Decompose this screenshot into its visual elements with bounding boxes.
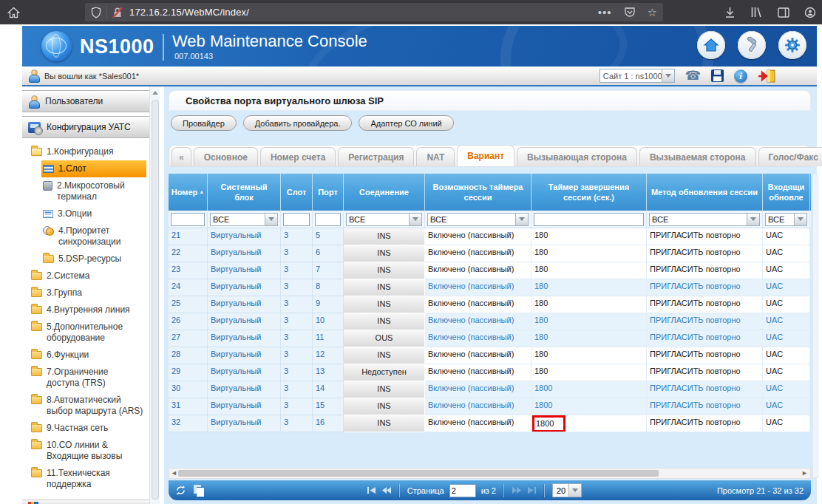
horizontal-scrollbar-thumb[interactable]: [178, 470, 659, 477]
cell-number[interactable]: 23: [169, 262, 208, 279]
cell-number[interactable]: 21: [169, 228, 208, 245]
pocket-icon[interactable]: [624, 7, 636, 18]
action-button-2[interactable]: Добавить провайдера.: [243, 115, 353, 131]
sidebar-item-12[interactable]: 7.Ограничение доступа (TRS): [30, 364, 146, 392]
cell-session-expire-timer[interactable]: 180: [531, 313, 647, 330]
cell-slot[interactable]: 3: [281, 228, 313, 245]
cell-session-timer-capability[interactable]: Включено (пассивный): [425, 245, 531, 262]
cell-inbound-refresh[interactable]: UAC: [763, 279, 810, 296]
cell-session-refresh-method[interactable]: ПРИГЛАСИТЬ повторно: [647, 364, 763, 381]
cell-port[interactable]: 8: [313, 279, 344, 296]
cell-slot[interactable]: 3: [281, 296, 313, 313]
cell-system-block[interactable]: Виртуальный: [208, 347, 281, 364]
sidebar-item-11[interactable]: 6.Функции: [30, 347, 146, 364]
sidebar-item-7[interactable]: 2.Система: [30, 268, 146, 285]
filter-select-8[interactable]: ВСЕ: [649, 213, 760, 226]
cell-session-refresh-method[interactable]: ПРИГЛАСИТЬ повторно: [647, 313, 763, 330]
insecure-lock-icon[interactable]: [112, 7, 123, 18]
cell-session-timer-capability[interactable]: Включено (пассивный): [425, 296, 531, 313]
horizontal-scrollbar[interactable]: ◄ ►: [169, 468, 811, 479]
cell-inbound-refresh[interactable]: UAC: [763, 364, 810, 381]
tab-scroll-left[interactable]: «: [171, 147, 191, 166]
filter-input-7[interactable]: [534, 213, 644, 226]
refresh-icon[interactable]: [175, 485, 186, 496]
cell-session-timer-capability[interactable]: Включено (пассивный): [425, 313, 531, 330]
cell-number[interactable]: 25: [169, 296, 208, 313]
cell-port[interactable]: 10: [313, 313, 344, 330]
settings-button[interactable]: [778, 31, 806, 59]
cell-session-refresh-method[interactable]: ПРИГЛАСИТЬ повторно: [647, 398, 763, 415]
cell-session-timer-capability[interactable]: Включено (пассивный): [425, 347, 531, 364]
cell-system-block[interactable]: Виртуальный: [208, 381, 281, 398]
cell-number[interactable]: 27: [169, 330, 208, 347]
tab-9[interactable]: Голос/Факс: [758, 147, 822, 166]
cell-session-timer-capability[interactable]: Включено (пассивный): [425, 398, 531, 415]
browser-home-icon[interactable]: [5, 4, 21, 21]
column-header-3[interactable]: Слот: [281, 174, 313, 211]
multi-page-view-icon[interactable]: [194, 485, 205, 497]
column-header-6[interactable]: Возможность таймера сессии: [425, 174, 531, 211]
cell-slot[interactable]: 3: [281, 415, 313, 432]
cell-number[interactable]: 29: [169, 364, 208, 381]
filter-select-5[interactable]: ВСЕ: [346, 213, 422, 226]
cell-port[interactable]: 6: [313, 245, 344, 262]
cell-port[interactable]: 13: [313, 364, 344, 381]
cell-system-block[interactable]: Виртуальный: [208, 398, 281, 415]
filter-select-2[interactable]: ВСЕ: [210, 213, 278, 226]
cell-port[interactable]: 15: [313, 398, 344, 415]
sidebar-scrollbar-thumb[interactable]: [152, 100, 159, 500]
page-number-input[interactable]: [449, 484, 476, 497]
first-page-icon[interactable]: [367, 486, 376, 494]
cell-session-refresh-method[interactable]: ПРИГЛАСИТЬ повторно: [647, 415, 763, 432]
sidebar-item-3[interactable]: 2.Микросотовый терминал: [41, 177, 146, 205]
cell-slot[interactable]: 3: [281, 364, 313, 381]
cell-session-refresh-method[interactable]: ПРИГЛАСИТЬ повторно: [647, 228, 763, 245]
sidebar-item-15[interactable]: 10.СО линии & Входящие вызовы: [30, 437, 146, 465]
filter-input-4[interactable]: [315, 213, 341, 226]
cell-session-refresh-method[interactable]: ПРИГЛАСИТЬ повторно: [647, 296, 763, 313]
cell-session-expire-timer[interactable]: 180: [531, 347, 647, 364]
cell-inbound-refresh[interactable]: UAC: [763, 262, 810, 279]
cell-session-refresh-method[interactable]: ПРИГЛАСИТЬ повторно: [647, 262, 763, 279]
cell-inbound-refresh[interactable]: UAC: [763, 296, 810, 313]
prev-page-icon[interactable]: [381, 486, 392, 494]
cell-slot[interactable]: 3: [281, 330, 313, 347]
cell-port[interactable]: 11: [313, 330, 344, 347]
cell-session-timer-capability[interactable]: Включено (пассивный): [425, 330, 531, 347]
save-icon[interactable]: [711, 69, 724, 82]
action-button-1[interactable]: Провайдер: [171, 115, 237, 131]
cell-port[interactable]: 12: [313, 347, 344, 364]
sidebar-section-users[interactable]: Пользователи: [22, 90, 149, 112]
cell-slot[interactable]: 3: [281, 245, 313, 262]
cell-session-refresh-method[interactable]: ПРИГЛАСИТЬ повторно: [647, 330, 763, 347]
cell-session-expire-timer[interactable]: 180: [531, 262, 647, 279]
sidebar-item-10[interactable]: 5.Дополнительное оборудование: [30, 319, 146, 347]
sidebar-item-6[interactable]: 5.DSP-ресурсы: [41, 251, 146, 268]
sidebar-item-4[interactable]: 3.Опции: [41, 205, 146, 222]
home-button[interactable]: [697, 31, 725, 59]
cell-system-block[interactable]: Виртуальный: [208, 313, 281, 330]
column-header-4[interactable]: Порт: [313, 174, 344, 211]
column-header-2[interactable]: Системный блок: [208, 174, 281, 211]
cell-number[interactable]: 31: [169, 398, 208, 415]
cell-system-block[interactable]: Виртуальный: [208, 296, 281, 313]
column-header-8[interactable]: Метод обновления сессии: [647, 174, 763, 211]
library-icon[interactable]: [750, 7, 763, 18]
cell-system-block[interactable]: Виртуальный: [208, 364, 281, 381]
sidebar-item-16[interactable]: 11.Техническая поддержка: [30, 465, 146, 493]
action-button-3[interactable]: Адаптер СО линий: [359, 115, 453, 131]
info-icon[interactable]: i: [734, 69, 747, 83]
cell-inbound-refresh[interactable]: UAC: [763, 415, 810, 432]
cell-slot[interactable]: 3: [281, 347, 313, 364]
downloads-icon[interactable]: [724, 7, 736, 18]
cell-system-block[interactable]: Виртуальный: [208, 245, 281, 262]
chevron-down-icon[interactable]: [515, 214, 528, 225]
cell-slot[interactable]: 3: [281, 262, 313, 279]
filter-input-1[interactable]: [171, 213, 205, 226]
chevron-down-icon[interactable]: [747, 214, 759, 225]
cell-system-block[interactable]: Виртуальный: [208, 228, 281, 245]
bookmark-star-icon[interactable]: ☆: [648, 6, 657, 19]
tab-6[interactable]: Вариант: [457, 145, 514, 166]
tab-7[interactable]: Вызывающая сторона: [517, 147, 637, 166]
scroll-right-icon[interactable]: ►: [801, 470, 809, 477]
